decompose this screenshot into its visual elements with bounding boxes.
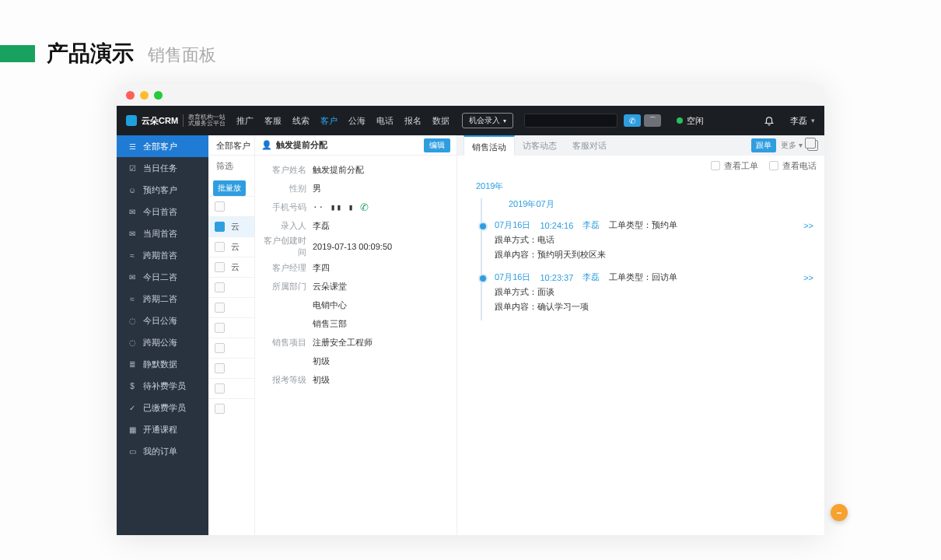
tl-content: 跟单内容：预约明天到校区来	[495, 249, 813, 261]
window-minimize-icon[interactable]	[140, 91, 149, 100]
page-header: 产品演示 销售面板	[0, 0, 941, 84]
filter-call[interactable]: 查看电话	[769, 160, 817, 172]
opportunity-button[interactable]: 机会录入 ▾	[462, 113, 513, 128]
activity-panel: 销售活动 访客动态 客服对话 跟单 更多 ▾ 查看工单 查看电话	[457, 135, 824, 535]
table-row[interactable]	[208, 378, 254, 398]
table-row[interactable]: 云	[208, 216, 254, 236]
sidebar-item-all-customers[interactable]: ☰全部客户	[117, 135, 208, 157]
checkbox[interactable]	[215, 303, 225, 313]
checkbox[interactable]	[215, 242, 225, 252]
tab-service-chat[interactable]: 客服对话	[565, 140, 614, 152]
sidebar-item-reserved[interactable]: ☺预约客户	[117, 179, 208, 201]
sidebar-item-silent[interactable]: ≣静默数据	[117, 353, 208, 375]
minus-icon: –	[837, 507, 842, 518]
users-icon: ☰	[128, 142, 137, 151]
filter-ticket[interactable]: 查看工单	[711, 160, 758, 172]
sidebar-item-today-second[interactable]: ✉今日二咨	[117, 266, 208, 288]
sidebar-item-today-tasks[interactable]: ☑当日任务	[117, 157, 208, 179]
table-row[interactable]	[208, 317, 254, 338]
list-filter-label[interactable]: 筛选	[208, 156, 254, 176]
nav-customers[interactable]: 客户	[320, 115, 338, 127]
field-label: 性别	[263, 183, 313, 194]
field-value: 云朵课堂	[313, 281, 347, 292]
checkbox[interactable]	[769, 161, 778, 170]
bell-icon[interactable]	[764, 115, 775, 126]
field-value: 男	[313, 183, 321, 194]
nav-data[interactable]: 数据	[432, 115, 450, 127]
call-hangup-button[interactable]: ⌒	[644, 114, 661, 127]
checkbox[interactable]	[215, 282, 225, 292]
fab-minimize-button[interactable]: –	[831, 504, 848, 521]
checkbox[interactable]	[215, 343, 225, 353]
nav-publicsea[interactable]: 公海	[348, 115, 366, 127]
status[interactable]: 空闲	[677, 115, 704, 127]
status-dot-icon	[677, 117, 683, 124]
tl-type: 工单类型：回访单	[609, 271, 677, 283]
paid-icon: ✓	[128, 403, 137, 412]
table-row[interactable]	[208, 358, 254, 378]
field-value: 2019-07-13 00:09:50	[313, 242, 392, 251]
logo: 云朵CRM 教育机构一站 式服务云平台	[126, 114, 226, 127]
sidebar: ☰全部客户 ☑当日任务 ☺预约客户 ✉今日首咨 ✉当周首咨 ≈跨期首咨 ✉今日二…	[117, 135, 208, 535]
field-value: 李四	[313, 262, 330, 274]
table-row[interactable]	[208, 277, 254, 297]
more-button[interactable]: 更多 ▾	[781, 140, 803, 151]
sidebar-item-course[interactable]: ▦开通课程	[117, 418, 208, 440]
expand-button[interactable]: >>	[803, 221, 813, 230]
sidebar-item-today-first[interactable]: ✉今日首咨	[117, 201, 208, 222]
expand-button[interactable]: >>	[803, 273, 813, 282]
timeline-item[interactable]: 07月16日 10:23:37 李磊 工单类型：回访单 >> 跟单方式：面谈 跟…	[495, 268, 813, 320]
checkbox[interactable]	[215, 201, 225, 212]
checkbox[interactable]	[215, 383, 225, 394]
timeline: 2019年 2019年07月 07月16日 10:24:16 李磊 工单类型：预…	[457, 176, 824, 328]
checkbox[interactable]	[215, 323, 225, 333]
tl-time: 10:23:37	[540, 273, 573, 282]
nav-promo[interactable]: 推广	[236, 115, 254, 127]
user-name[interactable]: 李磊	[790, 115, 807, 127]
nav-phone[interactable]: 电话	[376, 115, 394, 127]
tab-sales-activity[interactable]: 销售活动	[464, 135, 515, 156]
table-row[interactable]: 云	[208, 257, 254, 277]
table-row[interactable]	[208, 297, 254, 317]
top-nav: 云朵CRM 教育机构一站 式服务云平台 推广 客服 线索 客户 公海 电话 报名…	[117, 106, 824, 135]
sidebar-item-paid[interactable]: ✓已缴费学员	[117, 397, 208, 418]
table-row[interactable]	[208, 196, 254, 216]
window-close-icon[interactable]	[126, 91, 135, 100]
table-row[interactable]	[208, 398, 254, 418]
checkbox[interactable]	[215, 363, 225, 373]
checkbox[interactable]	[215, 222, 225, 232]
user-chevron-icon[interactable]: ▾	[811, 117, 815, 124]
copy-icon[interactable]	[807, 140, 818, 151]
person-icon: 👤	[261, 140, 272, 150]
wave-icon: ≈	[128, 294, 137, 303]
chat-icon: ✉	[128, 229, 137, 238]
table-row[interactable]	[208, 338, 254, 358]
edit-button[interactable]: 编辑	[424, 138, 450, 152]
nav-leads[interactable]: 线索	[292, 115, 310, 127]
sidebar-item-week-first[interactable]: ✉当周首咨	[117, 222, 208, 244]
sidebar-item-cross-first[interactable]: ≈跨期首咨	[117, 244, 208, 266]
activity-filters: 查看工单 查看电话	[457, 156, 824, 176]
sidebar-item-unpaid[interactable]: $待补费学员	[117, 375, 208, 397]
checkbox[interactable]	[711, 161, 720, 170]
phone-call-icon[interactable]: ✆	[360, 201, 369, 213]
follow-button[interactable]: 跟单	[751, 138, 776, 152]
call-answer-button[interactable]: ✆	[624, 114, 641, 127]
search-input[interactable]	[524, 114, 617, 128]
batch-release-button[interactable]: 批量放	[213, 180, 246, 196]
customer-detail-panel: 👤 触发提前分配 编辑 客户姓名触发提前分配 性别男 手机号码 ·· ▮▮ ▮ …	[255, 135, 457, 535]
sidebar-item-cross-second[interactable]: ≈跨期二咨	[117, 288, 208, 310]
phone-icon: ✆	[629, 117, 635, 125]
tab-visitor[interactable]: 访客动态	[515, 140, 565, 152]
sidebar-item-cross-sea[interactable]: ◌跨期公海	[117, 331, 208, 353]
nav-service[interactable]: 客服	[264, 115, 282, 127]
checkbox[interactable]	[215, 404, 225, 414]
window-zoom-icon[interactable]	[154, 91, 163, 100]
table-row[interactable]: 云	[208, 236, 254, 257]
nav-signup[interactable]: 报名	[404, 115, 422, 127]
sidebar-item-orders[interactable]: ▭我的订单	[117, 440, 208, 462]
checkbox[interactable]	[215, 262, 225, 272]
field-value: 初级	[313, 374, 330, 386]
timeline-item[interactable]: 07月16日 10:24:16 李磊 工单类型：预约单 >> 跟单方式：电话 跟…	[495, 216, 813, 268]
sidebar-item-today-sea[interactable]: ◌今日公海	[117, 310, 208, 331]
